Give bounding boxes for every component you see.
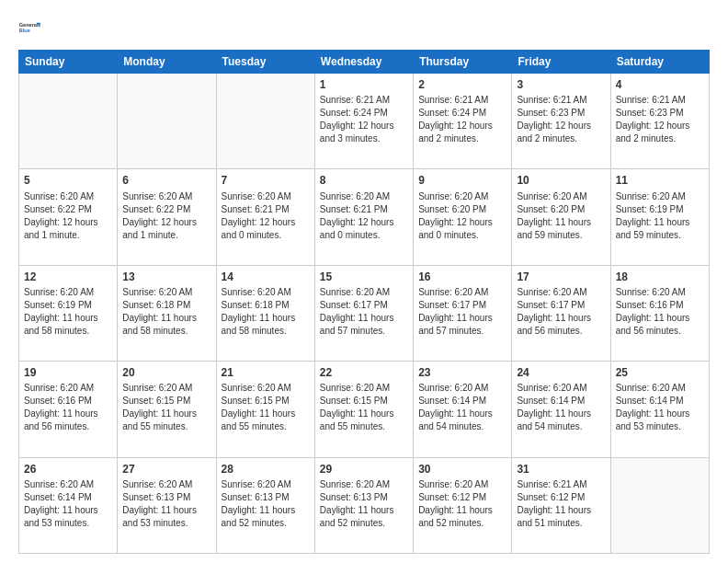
day-number: 2 [418, 77, 506, 92]
day-info: Sunrise: 6:20 AM Sunset: 6:17 PM Dayligh… [320, 286, 408, 338]
day-number: 11 [616, 173, 704, 188]
day-info: Sunrise: 6:20 AM Sunset: 6:20 PM Dayligh… [418, 190, 506, 242]
day-info: Sunrise: 6:20 AM Sunset: 6:15 PM Dayligh… [122, 382, 210, 433]
day-info: Sunrise: 6:21 AM Sunset: 6:23 PM Dayligh… [517, 94, 605, 145]
day-number: 19 [24, 365, 112, 380]
day-info: Sunrise: 6:20 AM Sunset: 6:19 PM Dayligh… [616, 190, 704, 242]
day-info: Sunrise: 6:20 AM Sunset: 6:22 PM Dayligh… [24, 190, 112, 242]
day-info: Sunrise: 6:20 AM Sunset: 6:13 PM Dayligh… [320, 478, 408, 530]
day-cell: 25Sunrise: 6:20 AM Sunset: 6:14 PM Dayli… [610, 362, 709, 457]
day-cell: 12Sunrise: 6:20 AM Sunset: 6:19 PM Dayli… [19, 265, 118, 361]
day-cell: 5Sunrise: 6:20 AM Sunset: 6:22 PM Daylig… [19, 169, 118, 265]
day-info: Sunrise: 6:21 AM Sunset: 6:23 PM Dayligh… [616, 94, 704, 145]
day-cell: 18Sunrise: 6:20 AM Sunset: 6:16 PM Dayli… [610, 265, 709, 361]
day-info: Sunrise: 6:20 AM Sunset: 6:21 PM Dayligh… [320, 190, 408, 242]
day-info: Sunrise: 6:21 AM Sunset: 6:24 PM Dayligh… [418, 94, 506, 145]
day-info: Sunrise: 6:20 AM Sunset: 6:14 PM Dayligh… [616, 382, 704, 433]
day-cell: 29Sunrise: 6:20 AM Sunset: 6:13 PM Dayli… [314, 457, 413, 553]
day-number: 16 [418, 270, 506, 284]
day-number: 31 [517, 462, 605, 477]
day-cell: 20Sunrise: 6:20 AM Sunset: 6:15 PM Dayli… [118, 362, 216, 457]
day-info: Sunrise: 6:20 AM Sunset: 6:15 PM Dayligh… [222, 382, 310, 433]
day-info: Sunrise: 6:20 AM Sunset: 6:14 PM Dayligh… [24, 478, 112, 530]
weekday-tuesday: Tuesday [216, 51, 314, 74]
day-number: 21 [222, 365, 310, 380]
week-row-5: 26Sunrise: 6:20 AM Sunset: 6:14 PM Dayli… [19, 457, 710, 553]
day-info: Sunrise: 6:20 AM Sunset: 6:18 PM Dayligh… [222, 286, 310, 338]
day-number: 13 [122, 270, 210, 284]
day-number: 25 [616, 365, 704, 380]
day-number: 22 [320, 365, 408, 380]
day-cell: 6Sunrise: 6:20 AM Sunset: 6:22 PM Daylig… [118, 169, 216, 265]
weekday-monday: Monday [118, 51, 216, 74]
week-row-2: 5Sunrise: 6:20 AM Sunset: 6:22 PM Daylig… [19, 169, 710, 265]
day-number: 23 [418, 365, 506, 380]
day-number: 15 [320, 270, 408, 284]
week-row-3: 12Sunrise: 6:20 AM Sunset: 6:19 PM Dayli… [19, 265, 710, 361]
day-cell [118, 74, 216, 169]
day-info: Sunrise: 6:20 AM Sunset: 6:14 PM Dayligh… [418, 382, 506, 433]
day-cell: 16Sunrise: 6:20 AM Sunset: 6:17 PM Dayli… [414, 265, 512, 361]
day-number: 24 [517, 365, 605, 380]
calendar: SundayMondayTuesdayWednesdayThursdayFrid… [18, 50, 710, 554]
day-number: 9 [418, 173, 506, 188]
day-info: Sunrise: 6:20 AM Sunset: 6:13 PM Dayligh… [122, 478, 210, 530]
day-number: 12 [24, 270, 112, 284]
week-row-4: 19Sunrise: 6:20 AM Sunset: 6:16 PM Dayli… [19, 362, 710, 457]
svg-text:General: General [19, 22, 39, 28]
day-cell: 1Sunrise: 6:21 AM Sunset: 6:24 PM Daylig… [314, 74, 413, 169]
day-cell: 10Sunrise: 6:20 AM Sunset: 6:20 PM Dayli… [512, 169, 610, 265]
day-number: 4 [616, 77, 704, 92]
day-cell: 17Sunrise: 6:20 AM Sunset: 6:17 PM Dayli… [512, 265, 610, 361]
day-number: 26 [24, 462, 112, 477]
day-info: Sunrise: 6:20 AM Sunset: 6:18 PM Dayligh… [122, 286, 210, 338]
weekday-saturday: Saturday [610, 51, 709, 74]
day-info: Sunrise: 6:20 AM Sunset: 6:22 PM Dayligh… [122, 190, 210, 242]
day-cell: 8Sunrise: 6:20 AM Sunset: 6:21 PM Daylig… [314, 169, 413, 265]
day-number: 14 [222, 270, 310, 284]
day-cell: 21Sunrise: 6:20 AM Sunset: 6:15 PM Dayli… [216, 362, 314, 457]
day-info: Sunrise: 6:20 AM Sunset: 6:16 PM Dayligh… [616, 286, 704, 338]
day-cell: 31Sunrise: 6:21 AM Sunset: 6:12 PM Dayli… [512, 457, 610, 553]
day-number: 8 [320, 173, 408, 188]
day-cell: 14Sunrise: 6:20 AM Sunset: 6:18 PM Dayli… [216, 265, 314, 361]
day-cell: 15Sunrise: 6:20 AM Sunset: 6:17 PM Dayli… [314, 265, 413, 361]
day-number: 30 [418, 462, 506, 477]
day-info: Sunrise: 6:20 AM Sunset: 6:19 PM Dayligh… [24, 286, 112, 338]
svg-text:Blue: Blue [19, 28, 30, 33]
day-number: 28 [222, 462, 310, 477]
day-info: Sunrise: 6:20 AM Sunset: 6:17 PM Dayligh… [517, 286, 605, 338]
day-number: 3 [517, 77, 605, 92]
day-number: 17 [517, 270, 605, 284]
weekday-thursday: Thursday [414, 51, 512, 74]
day-info: Sunrise: 6:20 AM Sunset: 6:15 PM Dayligh… [320, 382, 408, 433]
day-number: 18 [616, 270, 704, 284]
day-info: Sunrise: 6:20 AM Sunset: 6:14 PM Dayligh… [517, 382, 605, 433]
logo: GeneralBlue [18, 15, 44, 40]
day-cell [610, 457, 709, 553]
day-cell: 23Sunrise: 6:20 AM Sunset: 6:14 PM Dayli… [414, 362, 512, 457]
day-cell: 4Sunrise: 6:21 AM Sunset: 6:23 PM Daylig… [610, 74, 709, 169]
day-cell: 27Sunrise: 6:20 AM Sunset: 6:13 PM Dayli… [118, 457, 216, 553]
day-cell [19, 74, 118, 169]
day-info: Sunrise: 6:20 AM Sunset: 6:17 PM Dayligh… [418, 286, 506, 338]
day-cell [216, 74, 314, 169]
day-cell: 22Sunrise: 6:20 AM Sunset: 6:15 PM Dayli… [314, 362, 413, 457]
day-cell: 30Sunrise: 6:20 AM Sunset: 6:12 PM Dayli… [414, 457, 512, 553]
day-cell: 11Sunrise: 6:20 AM Sunset: 6:19 PM Dayli… [610, 169, 709, 265]
page: GeneralBlue SundayMondayTuesdayWednesday… [0, 0, 728, 563]
header: GeneralBlue [18, 15, 710, 40]
day-info: Sunrise: 6:20 AM Sunset: 6:20 PM Dayligh… [517, 190, 605, 242]
day-cell: 9Sunrise: 6:20 AM Sunset: 6:20 PM Daylig… [414, 169, 512, 265]
day-info: Sunrise: 6:21 AM Sunset: 6:24 PM Dayligh… [320, 94, 408, 145]
day-cell: 2Sunrise: 6:21 AM Sunset: 6:24 PM Daylig… [414, 74, 512, 169]
day-cell: 7Sunrise: 6:20 AM Sunset: 6:21 PM Daylig… [216, 169, 314, 265]
day-cell: 24Sunrise: 6:20 AM Sunset: 6:14 PM Dayli… [512, 362, 610, 457]
day-number: 1 [320, 77, 408, 92]
day-cell: 26Sunrise: 6:20 AM Sunset: 6:14 PM Dayli… [19, 457, 118, 553]
day-number: 5 [24, 173, 112, 188]
day-number: 10 [517, 173, 605, 188]
day-number: 29 [320, 462, 408, 477]
day-info: Sunrise: 6:20 AM Sunset: 6:12 PM Dayligh… [418, 478, 506, 530]
weekday-header-row: SundayMondayTuesdayWednesdayThursdayFrid… [19, 51, 710, 74]
